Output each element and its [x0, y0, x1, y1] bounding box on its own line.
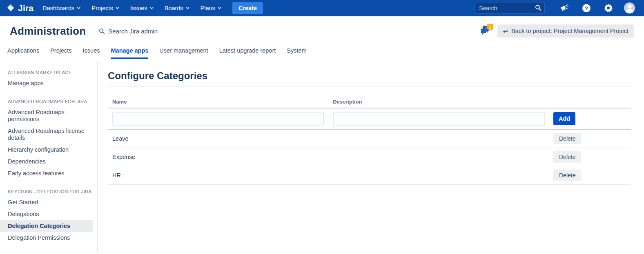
chevron-down-icon — [186, 6, 189, 10]
chevron-down-icon — [77, 6, 80, 10]
chevron-down-icon — [218, 6, 221, 10]
delete-button[interactable]: Delete — [553, 170, 581, 181]
nav-projects-label: Projects — [91, 5, 113, 11]
heading-divider — [108, 86, 631, 87]
search-jira-admin-label: Search Jira admin — [108, 28, 158, 35]
sidebar-item-manage-apps[interactable]: Manage apps — [0, 77, 97, 89]
delete-button[interactable]: Delete — [553, 151, 581, 163]
announcements-icon[interactable] — [560, 4, 569, 12]
configure-categories-heading: Configure Categories — [108, 70, 631, 82]
notification-badge: 1 — [487, 24, 493, 30]
admin-tab-bar: Applications Projects Issues Manage apps… — [0, 45, 644, 61]
return-arrow-icon: ↩ — [503, 28, 508, 34]
search-jira-admin[interactable]: Search Jira admin — [99, 28, 158, 35]
categories-table: Name Description Add Leave Delete Expens… — [108, 95, 631, 185]
sidebar-item-hierarchy-configuration[interactable]: Hierarchy configuration — [0, 144, 97, 156]
sidebar-item-delegation-categories[interactable]: Delegation Categories — [0, 220, 93, 232]
tab-latest-upgrade-report[interactable]: Latest upgrade report — [219, 45, 276, 59]
name-input[interactable] — [112, 112, 324, 126]
delete-button[interactable]: Delete — [553, 133, 581, 144]
search-icon — [535, 4, 541, 11]
sidebar-item-delegation-permissions[interactable]: Delegation Permissions — [0, 232, 97, 244]
nav-dashboards-label: Dashboards — [42, 5, 74, 11]
category-name: Leave — [108, 135, 328, 142]
tab-system[interactable]: System — [287, 45, 306, 59]
category-name: HR — [108, 172, 328, 179]
jira-logo-text: Jira — [18, 3, 33, 13]
nav-plans[interactable]: Plans — [201, 5, 221, 11]
global-search-input[interactable] — [475, 2, 545, 14]
nav-boards-label: Boards — [165, 5, 183, 11]
category-name: Expense — [108, 154, 328, 160]
avatar-silhouette — [628, 4, 632, 9]
tab-issues[interactable]: Issues — [83, 45, 100, 59]
notifications-icon[interactable]: ! 1 — [480, 25, 492, 37]
admin-sidebar: ATLASSIAN MARKETPLACE Manage apps ADVANC… — [0, 61, 98, 253]
sidebar-item-delegations[interactable]: Delegations — [0, 208, 97, 220]
table-row-expense: Expense Delete — [108, 148, 631, 166]
column-header-name: Name — [108, 99, 328, 105]
tab-applications[interactable]: Applications — [7, 45, 39, 59]
user-avatar[interactable] — [624, 2, 635, 13]
main-content: Configure Categories Name Description Ad… — [98, 61, 644, 253]
sidebar-item-dependencies[interactable]: Dependencies — [0, 156, 97, 168]
table-row-hr: HR Delete — [108, 166, 631, 185]
jira-logo[interactable]: Jira — [6, 3, 33, 13]
sidebar-section-keychain-delegation: KEYCHAIN - DELEGATION FOR JIRA — [8, 189, 97, 194]
sidebar-item-get-started[interactable]: Get Started — [0, 197, 97, 208]
sidebar-section-advanced-roadmaps: ADVANCED ROADMAPS FOR JIRA — [8, 99, 97, 104]
avatar-silhouette — [626, 9, 633, 13]
back-to-project-label: Back to project: Project Management Proj… — [511, 28, 628, 34]
jira-logo-icon — [6, 3, 16, 13]
column-header-description: Description — [328, 99, 549, 105]
add-category-row: Add — [108, 108, 631, 130]
table-row-leave: Leave Delete — [108, 130, 631, 148]
svg-text:!: ! — [485, 27, 486, 31]
global-search — [475, 2, 545, 14]
top-navigation-bar: Jira Dashboards Projects Issues Boards P… — [0, 0, 644, 17]
sidebar-item-advanced-roadmaps-permissions[interactable]: Advanced Roadmaps permissions — [0, 106, 97, 125]
admin-header: Administration Search Jira admin ! 1 ↩ B… — [0, 17, 644, 45]
tab-manage-apps[interactable]: Manage apps — [111, 45, 149, 59]
description-input[interactable] — [333, 112, 545, 126]
sidebar-item-advanced-roadmaps-license-details[interactable]: Advanced Roadmaps license details — [0, 125, 97, 144]
help-icon[interactable]: ? — [582, 4, 591, 13]
nav-issues-label: Issues — [130, 5, 147, 11]
table-header-row: Name Description — [108, 95, 631, 108]
sidebar-item-early-access-features[interactable]: Early access features — [0, 168, 97, 179]
nav-dashboards[interactable]: Dashboards — [42, 5, 80, 11]
nav-boards[interactable]: Boards — [165, 5, 189, 11]
nav-projects[interactable]: Projects — [91, 5, 119, 11]
tab-projects[interactable]: Projects — [50, 45, 71, 59]
search-icon — [99, 28, 105, 34]
nav-issues[interactable]: Issues — [130, 5, 154, 11]
chevron-down-icon — [150, 6, 154, 10]
nav-plans-label: Plans — [201, 5, 215, 11]
svg-text:?: ? — [585, 5, 588, 11]
page-title: Administration — [10, 25, 86, 38]
sidebar-section-atlassian-marketplace: ATLASSIAN MARKETPLACE — [8, 70, 97, 75]
create-button[interactable]: Create — [232, 2, 263, 14]
settings-gear-icon[interactable] — [604, 4, 613, 12]
chevron-down-icon — [116, 6, 119, 10]
tab-user-management[interactable]: User management — [159, 45, 208, 59]
add-button[interactable]: Add — [553, 112, 575, 125]
back-to-project-button[interactable]: ↩ Back to project: Project Management Pr… — [497, 24, 635, 38]
